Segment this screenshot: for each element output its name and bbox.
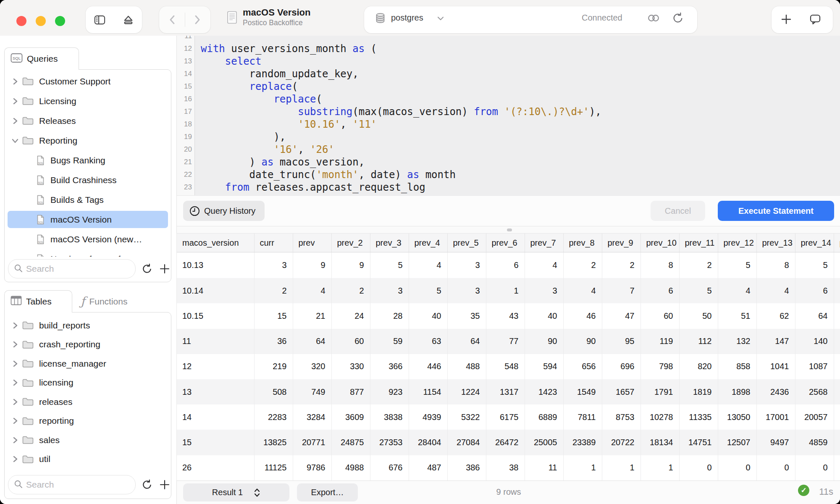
splitter-handle-icon[interactable]: [507, 228, 512, 231]
execute-statement-button[interactable]: Execute Statement: [718, 201, 834, 221]
schema-item-reporting[interactable]: reporting: [5, 412, 171, 431]
cell-prev-7[interactable]: 4: [525, 252, 563, 278]
cell-prev[interactable]: 9: [293, 252, 331, 278]
column-header-prev-3[interactable]: prev_3: [370, 234, 409, 252]
cell-prev-12[interactable]: 1898: [718, 379, 756, 404]
column-header-clipped[interactable]: p: [834, 234, 840, 252]
cell-prev-12[interactable]: 132: [718, 329, 756, 354]
cell-prev-6[interactable]: 1: [486, 278, 525, 303]
code-line-23[interactable]: 23 from releases.appcast_request_log: [177, 181, 840, 194]
zoom-window-button[interactable]: [55, 16, 65, 26]
chevron-right-icon[interactable]: [10, 340, 20, 349]
code-line-20[interactable]: 20 '16', '26': [177, 143, 840, 156]
cell-prev-3[interactable]: 366: [370, 354, 409, 379]
cell-prev-4[interactable]: 446: [409, 354, 447, 379]
cell-prev-13[interactable]: 62: [756, 303, 795, 328]
cell-prev-6[interactable]: 43: [486, 303, 525, 328]
cell-curr[interactable]: 2: [254, 278, 293, 303]
cell-prev-7[interactable]: 6889: [525, 404, 563, 430]
cell-prev-12[interactable]: 12507: [718, 430, 756, 455]
cell-prev-14[interactable]: 6: [795, 278, 834, 303]
cell-prev-3[interactable]: 3: [370, 278, 409, 303]
column-header-prev-10[interactable]: prev_10: [640, 234, 679, 252]
cell-curr[interactable]: 508: [254, 379, 293, 404]
forward-icon[interactable]: [191, 14, 203, 26]
chevron-right-icon[interactable]: [10, 398, 20, 406]
cell-prev-5[interactable]: 5322: [447, 404, 486, 430]
cell-prev-9[interactable]: 1657: [602, 379, 640, 404]
chevron-right-icon[interactable]: [10, 436, 20, 444]
cell-prev-9[interactable]: 95: [602, 329, 640, 354]
eject-icon[interactable]: [122, 13, 135, 26]
cell-prev-9[interactable]: 2: [602, 252, 640, 278]
cell-curr[interactable]: 2283: [254, 404, 293, 430]
cell-prev-13[interactable]: 2436: [756, 379, 795, 404]
cell-macos-version[interactable]: 15: [177, 430, 254, 455]
cell-prev-5[interactable]: 27084: [447, 430, 486, 455]
cell-prev-12[interactable]: 858: [718, 354, 756, 379]
cell-prev-13[interactable]: 8: [756, 252, 795, 278]
cell-prev[interactable]: 9786: [293, 455, 331, 480]
editor-results-splitter[interactable]: [176, 226, 840, 234]
cell-prev-2[interactable]: 9: [331, 252, 370, 278]
cell-prev[interactable]: 4: [293, 278, 331, 303]
cell-curr[interactable]: 11125: [254, 455, 293, 480]
tab-functions[interactable]: ƒ Functions: [75, 290, 150, 312]
code-line-15[interactable]: 15 replace(: [177, 80, 840, 93]
cell-prev-12[interactable]: 0: [718, 455, 756, 480]
cell-prev-8[interactable]: 46: [563, 303, 602, 328]
cell-prev-11[interactable]: 2: [679, 252, 718, 278]
cell-prev-3[interactable]: 3838: [370, 404, 409, 430]
toggle-sidebar-icon[interactable]: [93, 13, 106, 26]
cell-prev[interactable]: 749: [293, 379, 331, 404]
cell-prev-14[interactable]: 140: [795, 329, 834, 354]
cell-prev-14[interactable]: 64: [795, 303, 834, 328]
column-header-curr[interactable]: curr: [254, 234, 293, 252]
cell-prev-5[interactable]: 488: [447, 354, 486, 379]
cell-prev-4[interactable]: 487: [409, 455, 447, 480]
cell-prev-7[interactable]: 25005: [525, 430, 563, 455]
cell-prev-5[interactable]: 3: [447, 278, 486, 303]
cell-prev-12[interactable]: 4: [718, 278, 756, 303]
export-button[interactable]: Export…: [297, 483, 358, 501]
cell-curr[interactable]: 36: [254, 329, 293, 354]
cell-prev-2[interactable]: 877: [331, 379, 370, 404]
code-line-11[interactable]: 11: [177, 36, 840, 42]
query-item-macos-version[interactable]: SQLmacOS Version: [5, 210, 171, 229]
cell-prev-11[interactable]: 50: [679, 303, 718, 328]
column-header-prev-6[interactable]: prev_6: [486, 234, 525, 252]
cell-prev-11[interactable]: 0: [679, 455, 718, 480]
cell-prev-10[interactable]: 8: [640, 252, 679, 278]
column-header-prev-8[interactable]: prev_8: [563, 234, 602, 252]
database-selector[interactable]: postgres: [391, 13, 423, 23]
code-line-18[interactable]: 18 '10.16', '11': [177, 118, 840, 131]
code-line-21[interactable]: 21 ) as macos_version,: [177, 156, 840, 168]
cell-prev-14[interactable]: 20057: [795, 404, 834, 430]
folder-item-customer-support[interactable]: Customer Support: [5, 71, 171, 91]
cell-prev-14[interactable]: 4859: [795, 430, 834, 455]
cell-prev-12[interactable]: 13050: [718, 404, 756, 430]
column-header-prev[interactable]: prev: [293, 234, 331, 252]
cell-prev-5[interactable]: 386: [447, 455, 486, 480]
tab-queries[interactable]: SQL Queries: [4, 47, 79, 70]
cell-prev-6[interactable]: 38: [486, 455, 525, 480]
code-line-14[interactable]: 14 random_update_key,: [177, 68, 840, 80]
cell-prev-10[interactable]: 10278: [640, 404, 679, 430]
cell-macos-version[interactable]: 10.13: [177, 252, 254, 278]
schema-item-util[interactable]: util: [5, 450, 171, 469]
cell-prev-11[interactable]: 11335: [679, 404, 718, 430]
folder-item-reporting[interactable]: Reporting: [5, 131, 171, 150]
cell-prev-4[interactable]: 40: [409, 303, 447, 328]
cell-prev-13[interactable]: 147: [756, 329, 795, 354]
schema-item-releases[interactable]: releases: [5, 392, 171, 412]
cell-prev-4[interactable]: 28404: [409, 430, 447, 455]
cell-prev-7[interactable]: 90: [525, 329, 563, 354]
cell-prev-4[interactable]: 1154: [409, 379, 447, 404]
back-icon[interactable]: [167, 14, 178, 26]
cell-prev-8[interactable]: 7811: [563, 404, 602, 430]
cell-prev-14[interactable]: 2568: [795, 379, 834, 404]
cell-prev-3[interactable]: 59: [370, 329, 409, 354]
cell-prev[interactable]: 320: [293, 354, 331, 379]
cell-prev-14[interactable]: 0: [795, 455, 834, 480]
cell-prev-3[interactable]: 676: [370, 455, 409, 480]
